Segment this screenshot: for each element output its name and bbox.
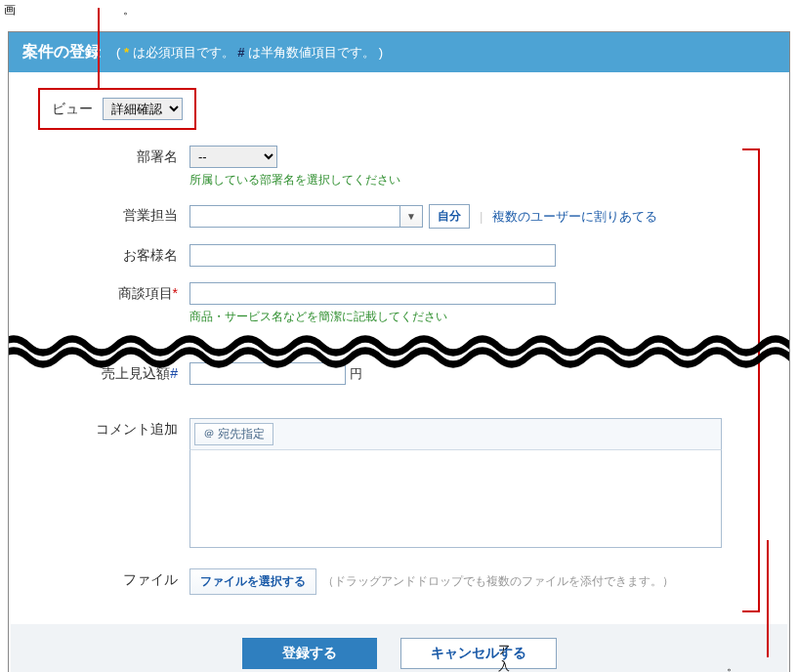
bottom-annotation: ア 入 。 <box>498 642 738 672</box>
view-select[interactable]: 詳細確認 <box>103 98 183 120</box>
row-department: 部署名 -- 所属している部署名を選択してください <box>38 146 760 189</box>
top-annotation-prefix: 画 <box>4 3 16 17</box>
assign-self-button[interactable]: 自分 <box>429 204 470 229</box>
owner-dropdown-button[interactable]: ▼ <box>399 205 423 228</box>
owner-combobox: ▼ <box>189 205 423 228</box>
comment-textarea[interactable] <box>189 450 722 548</box>
required-mark: * <box>173 285 178 301</box>
separator-pipe: | <box>480 209 483 224</box>
form-body: ビュー 詳細確認 部署名 -- 所属している部署名を選択してください 営業担当 <box>9 72 789 605</box>
label-owner: 営業担当 <box>38 204 189 225</box>
content-omission-wave <box>9 335 789 368</box>
row-file: ファイル ファイルを選択する （ドラッグアンドドロップでも複数のファイルを添付で… <box>38 568 760 595</box>
register-panel: 案件の登録 ( * は必須項目です。 # は半角数値項目です。 ) ビュー 詳細… <box>8 31 790 672</box>
row-owner: 営業担当 ▼ 自分 | 複数のユーザーに割りあてる <box>38 204 760 229</box>
callout-bracket-right <box>758 148 760 612</box>
top-annotation: 画。 <box>0 0 139 21</box>
label-deal: 商談項目* <box>38 282 189 303</box>
row-deal: 商談項目* 商品・サービス名などを簡潔に記載してください <box>38 282 760 325</box>
comment-toolbar: ＠ 宛先指定 <box>189 418 722 450</box>
bottom-annotation-l1: ア <box>498 642 510 658</box>
label-file: ファイル <box>38 568 189 589</box>
hint-deal: 商品・サービス名などを簡潔に記載してください <box>189 309 556 325</box>
chevron-down-icon: ▼ <box>406 211 416 222</box>
bottom-annotation-suffix: 。 <box>727 659 738 672</box>
submit-button[interactable]: 登録する <box>242 638 377 669</box>
label-customer: お客様名 <box>38 244 189 265</box>
label-comment: コメント追加 <box>38 418 189 439</box>
top-annotation-suffix: 。 <box>123 3 135 17</box>
panel-header: 案件の登録 ( * は必須項目です。 # は半角数値項目です。 ) <box>9 32 789 72</box>
row-customer: お客様名 <box>38 244 760 267</box>
bottom-annotation-l2: 入 <box>498 658 510 672</box>
page-title: 案件の登録 <box>22 42 101 63</box>
mention-button[interactable]: ＠ 宛先指定 <box>194 423 273 445</box>
assign-multi-link[interactable]: 複数のユーザーに割りあてる <box>492 208 657 226</box>
callout-line-bottom <box>767 540 769 657</box>
view-label: ビュー <box>52 101 93 118</box>
deal-input[interactable] <box>189 282 556 305</box>
customer-input[interactable] <box>189 244 556 267</box>
owner-input[interactable] <box>189 205 399 228</box>
header-note: ( * は必須項目です。 # は半角数値項目です。 ) <box>116 44 383 62</box>
view-selector-box: ビュー 詳細確認 <box>38 88 196 130</box>
hint-department: 所属している部署名を選択してください <box>189 172 400 189</box>
department-select[interactable]: -- <box>189 146 277 168</box>
row-comment: コメント追加 ＠ 宛先指定 <box>38 418 760 551</box>
label-department: 部署名 <box>38 146 189 166</box>
file-select-button[interactable]: ファイルを選択する <box>189 568 316 595</box>
file-note: （ドラッグアンドドロップでも複数のファイルを添付できます。） <box>322 573 674 590</box>
